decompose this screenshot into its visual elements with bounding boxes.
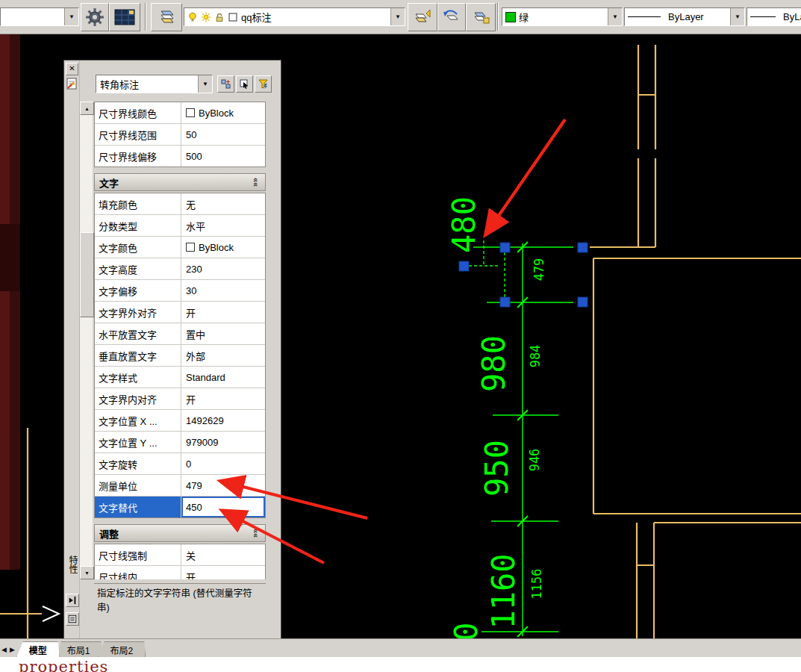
command-line[interactable]: properties — [0, 657, 801, 672]
tab-layout2[interactable]: 布局2 — [98, 641, 146, 658]
palette-titlebar[interactable]: ✕ 特性 — [64, 60, 80, 644]
section-header-fit[interactable]: 调整 «« — [94, 524, 266, 542]
palette-scrollbar[interactable]: ▲ ▼ — [79, 102, 93, 579]
tab-prev-icon[interactable]: ◀ — [1, 646, 7, 653]
lineweight-combobox[interactable]: ByLa ▼ — [747, 7, 801, 26]
layer-unlock-icon[interactable] — [214, 12, 225, 22]
property-value[interactable]: 开 — [181, 566, 265, 579]
property-value[interactable]: 479 — [181, 475, 265, 496]
property-label: 垂直放置文字 — [95, 345, 181, 366]
property-row[interactable]: 垂直放置文字 外部 — [95, 344, 265, 366]
toggle-pickadd-button[interactable] — [217, 75, 234, 93]
settings-button[interactable] — [81, 3, 109, 31]
chevron-down-icon[interactable]: ▼ — [390, 8, 405, 25]
layer-manager-button[interactable] — [151, 3, 182, 31]
property-value[interactable]: 外部 — [181, 345, 265, 366]
select-objects-button[interactable] — [236, 75, 253, 93]
tab-next-icon[interactable]: ▶ — [10, 646, 15, 653]
scroll-down-icon[interactable]: ▼ — [80, 566, 94, 579]
property-value[interactable]: 1492629 — [181, 410, 265, 431]
property-value[interactable] — [181, 497, 265, 517]
chevron-down-icon[interactable]: ▼ — [198, 75, 212, 93]
close-icon[interactable]: ✕ — [66, 63, 78, 75]
property-row[interactable]: 文字高度 230 — [95, 258, 265, 279]
property-value[interactable]: ByBlock — [181, 102, 265, 123]
layer-states-button[interactable] — [466, 3, 496, 31]
property-row[interactable]: 尺寸界线颜色 ByBlock — [95, 102, 265, 123]
palette-menu-button[interactable] — [66, 612, 79, 626]
auto-hide-button[interactable] — [66, 594, 79, 607]
ref-text-479: 479 — [532, 258, 546, 281]
grip[interactable] — [500, 243, 510, 252]
tab-model[interactable]: 模型 — [16, 641, 60, 658]
tab-layout1[interactable]: 布局1 — [54, 641, 103, 658]
collapse-icon[interactable]: «« — [252, 178, 261, 187]
property-row[interactable]: 文字界外对齐 开 — [95, 301, 265, 323]
layer-previous-button[interactable] — [437, 3, 466, 31]
property-row[interactable]: 文字位置 Y ... 979009 — [95, 431, 265, 452]
chevron-down-icon[interactable]: ▼ — [730, 8, 744, 25]
property-value[interactable]: 30 — [181, 280, 265, 301]
reference-texts: 479 984 946 1156 — [527, 258, 546, 600]
grip[interactable] — [578, 297, 587, 307]
layer-color-swatch-icon[interactable] — [228, 12, 238, 22]
property-row[interactable]: 尺寸界线偏移 500 — [95, 145, 265, 167]
property-value[interactable]: 开 — [181, 302, 265, 323]
layer-combobox[interactable]: qq标注 ▼ — [184, 7, 405, 26]
linetype-combobox[interactable]: ByLayer ▼ — [624, 7, 745, 26]
display-manager-button[interactable] — [109, 3, 140, 31]
top-toolbar: ▼ — [0, 0, 801, 34]
color-swatch-icon — [505, 12, 516, 22]
property-value[interactable]: 230 — [181, 258, 265, 279]
property-row[interactable]: 尺寸线强制 关 — [95, 544, 265, 565]
quick-select-button[interactable] — [255, 75, 272, 93]
property-row[interactable]: 文字偏移 30 — [95, 279, 265, 301]
scrollbar-thumb[interactable] — [80, 232, 94, 317]
grip[interactable] — [578, 243, 587, 252]
fit-section-table: 尺寸线强制 关 尺寸线内 开 — [94, 544, 266, 579]
property-row[interactable]: 文字界内对齐 开 — [95, 388, 265, 409]
property-row-selected[interactable]: 文字替代 — [95, 496, 265, 517]
property-label: 测量单位 — [95, 475, 181, 496]
scroll-up-icon[interactable]: ▲ — [80, 102, 94, 115]
layer-thaw-sun-icon[interactable] — [201, 12, 211, 22]
view-combobox[interactable]: ▼ — [0, 7, 79, 26]
property-value[interactable]: 水平 — [181, 215, 265, 236]
property-value[interactable]: 0 — [181, 453, 265, 474]
property-value[interactable]: ByBlock — [181, 237, 265, 258]
layer-on-bulb-icon[interactable] — [187, 12, 198, 22]
collapse-icon[interactable]: «« — [252, 529, 261, 538]
property-value[interactable]: 500 — [181, 146, 265, 167]
property-label: 分数类型 — [95, 215, 181, 236]
property-row[interactable]: 填充颜色 无 — [95, 193, 265, 214]
property-row[interactable]: 文字样式 Standard — [95, 366, 265, 388]
dim-text-1160: 1160 — [485, 553, 522, 629]
section-header-text[interactable]: 文字 «« — [94, 173, 266, 191]
color-combobox[interactable]: 绿 ▼ — [502, 7, 623, 26]
property-value[interactable]: 50 — [181, 124, 265, 145]
property-value[interactable]: 979009 — [181, 432, 265, 452]
property-value[interactable]: 无 — [181, 193, 265, 214]
property-value[interactable]: 置中 — [181, 323, 265, 344]
current-linetype: ByLayer — [668, 11, 704, 22]
grip[interactable] — [500, 297, 510, 307]
property-row[interactable]: 分数类型 水平 — [95, 214, 265, 236]
properties-palette-icon[interactable] — [65, 77, 78, 90]
make-layer-current-button[interactable] — [408, 3, 437, 31]
property-row[interactable]: 文字颜色 ByBlock — [95, 236, 265, 258]
property-row[interactable]: 文字位置 X ... 1492629 — [95, 409, 265, 431]
object-type-combobox[interactable]: 转角标注 ▼ — [96, 75, 213, 93]
property-value[interactable]: Standard — [181, 367, 265, 388]
grip[interactable] — [459, 261, 469, 271]
property-row[interactable]: 尺寸线内 开 — [95, 565, 265, 579]
chevron-down-icon[interactable]: ▼ — [608, 8, 622, 25]
property-row[interactable]: 测量单位 479 — [95, 474, 265, 496]
property-row[interactable]: 水平放置文字 置中 — [95, 323, 265, 344]
property-row[interactable]: 尺寸界线范围 50 — [95, 123, 265, 145]
property-row[interactable]: 文字旋转 0 — [95, 452, 265, 474]
property-value[interactable]: 开 — [181, 388, 265, 409]
text-override-input[interactable] — [181, 497, 265, 517]
chevron-down-icon[interactable]: ▼ — [64, 8, 78, 25]
text-section-table: 填充颜色 无 分数类型 水平 文字颜色 ByBlock 文字高度 230 文字偏… — [94, 193, 266, 518]
property-value[interactable]: 关 — [181, 544, 265, 565]
